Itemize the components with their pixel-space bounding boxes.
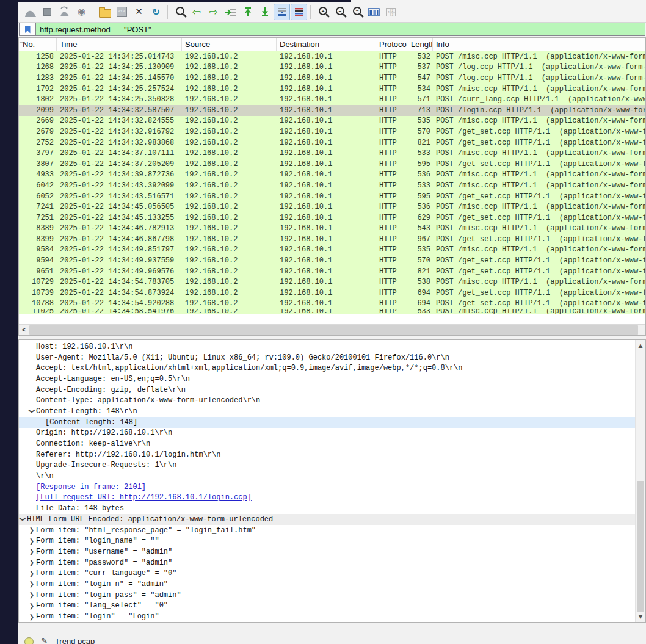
go-forward-button[interactable]: ⇨ (205, 4, 222, 20)
detail-tree-line[interactable]: Content-Type: application/x-www-form-url… (19, 395, 635, 406)
packet-row[interactable]: 26692025-01-22 14:34:32.824555192.168.10… (19, 116, 645, 127)
packet-row[interactable]: 83892025-01-22 14:34:46.782913192.168.10… (19, 223, 645, 234)
scroll-up-arrow-icon[interactable]: ▲ (636, 341, 645, 350)
detail-tree-line[interactable]: ❯Form item: "login_pass" = "admin" (19, 590, 635, 601)
packet-row[interactable]: 83992025-01-22 14:34:46.867798192.168.10… (19, 234, 645, 245)
cell-destination: 192.168.10.1 (277, 160, 376, 168)
detail-tree-line[interactable]: Host: 192.168.10.1\r\n (19, 341, 635, 352)
packet-row[interactable]: 38072025-01-22 14:34:37.205209192.168.10… (19, 159, 645, 170)
packet-row[interactable]: 60422025-01-22 14:34:43.392099192.168.10… (19, 180, 645, 191)
column-header-time[interactable]: Time (57, 38, 182, 51)
go-last-button[interactable] (256, 4, 273, 20)
packet-row[interactable]: 95942025-01-22 14:34:49.937559192.168.10… (19, 255, 645, 266)
expand-chevron-icon[interactable]: ❯ (29, 592, 35, 598)
detail-tree-line[interactable]: File Data: 148 bytes (19, 503, 635, 514)
horizontal-scrollbar[interactable]: < (19, 324, 645, 335)
detail-tree-line[interactable]: ❯Form item: "login_n" = "admin" (19, 579, 635, 590)
detail-tree-line[interactable]: ❯Form item: "username" = "admin" (19, 546, 635, 557)
zoom-out-button[interactable]: − (331, 4, 347, 20)
auto-scroll-button[interactable] (274, 4, 290, 20)
detail-tree-line[interactable]: Connection: keep-alive\r\n (19, 438, 635, 449)
detail-tree-line[interactable]: ❯Content-Length: 148\r\n (19, 406, 635, 417)
zoom-in-button[interactable]: + (314, 4, 330, 20)
expand-chevron-icon[interactable]: ❯ (29, 548, 35, 555)
column-header-length[interactable]: Lengtl (407, 38, 433, 51)
packet-row[interactable]: 96512025-01-22 14:34:49.969576192.168.10… (19, 266, 645, 277)
packet-row[interactable]: 26792025-01-22 14:34:32.916792192.168.10… (19, 126, 645, 137)
column-header-destination[interactable]: Destination (277, 38, 376, 51)
detail-tree-line[interactable]: ❯HTML Form URL Encoded: application/x-ww… (19, 514, 635, 525)
collapse-chevron-icon[interactable]: ❯ (29, 408, 35, 414)
go-first-button[interactable] (239, 4, 256, 20)
detail-tree-line[interactable]: Origin: http://192.168.10.1\r\n (19, 428, 635, 439)
detail-tree-line[interactable]: ❯Form item: "login" = "Login" (19, 611, 635, 622)
packet-row[interactable]: 107292025-01-22 14:34:54.783705192.168.1… (19, 277, 645, 288)
vertical-scrollbar-thumb[interactable] (637, 481, 644, 612)
packet-row[interactable]: 12582025-01-22 14:34:25.014743192.168.10… (19, 51, 645, 62)
vertical-scrollbar[interactable]: ▲ ▼ (635, 340, 645, 622)
expand-chevron-icon[interactable]: ❯ (29, 538, 35, 545)
close-file-button[interactable]: ✕ (131, 4, 147, 20)
detail-tree-line[interactable]: User-Agent: Mozilla/5.0 (X11; Ubuntu; Li… (19, 352, 635, 363)
expert-info-icon[interactable] (24, 637, 34, 644)
find-packet-button[interactable] (171, 4, 187, 20)
packet-row[interactable]: 37972025-01-22 14:34:37.107111192.168.10… (19, 148, 645, 159)
detail-link-line[interactable]: [Full request URI: http://192.168.10.1/l… (19, 493, 635, 504)
column-header-info[interactable]: Info (433, 38, 645, 51)
detail-tree-line[interactable]: Referer: http://192.168.10.1/login.htm\r… (19, 449, 635, 460)
open-file-icon (99, 7, 111, 18)
packet-row[interactable]: 17922025-01-22 14:34:25.257524192.168.10… (19, 84, 645, 95)
cell-no: 1283 (19, 74, 57, 82)
packet-row[interactable]: 107392025-01-22 14:34:54.873924192.168.1… (19, 288, 645, 298)
packet-row[interactable]: 72512025-01-22 14:34:45.133255192.168.10… (19, 212, 645, 223)
column-header-no[interactable]: No. (19, 38, 57, 51)
packet-row[interactable]: 27522025-01-22 14:34:32.983868192.168.10… (19, 137, 645, 148)
detail-tree-line[interactable]: ❯Form item: "login_name" = "" (19, 535, 635, 546)
column-header-protocol[interactable]: Protocol (376, 38, 407, 51)
packet-row[interactable]: 72412025-01-22 14:34:45.056505192.168.10… (19, 201, 645, 212)
detail-link-line[interactable]: [Response in frame: 2101] (19, 482, 635, 493)
filter-bookmark-button[interactable] (19, 23, 36, 36)
packet-row[interactable]: 49332025-01-22 14:34:39.872736192.168.10… (19, 170, 645, 181)
resize-columns-button[interactable] (365, 4, 382, 20)
expand-chevron-icon[interactable]: ❯ (29, 527, 35, 534)
colorize-button[interactable] (291, 4, 307, 20)
packet-row[interactable]: 110252025-01-22 14:34:58.541976192.168.1… (19, 309, 645, 314)
detail-tree-line[interactable]: Upgrade-Insecure-Requests: 1\r\n (19, 460, 635, 471)
expand-chevron-icon[interactable]: ❯ (29, 613, 35, 620)
packet-row-selected[interactable]: →20992025-01-22 14:34:32.587507192.168.1… (19, 105, 645, 116)
detail-tree-line[interactable]: [Content length: 148] (19, 417, 635, 428)
expand-chevron-icon[interactable]: ❯ (29, 559, 35, 566)
expand-chevron-icon[interactable]: ❯ (29, 581, 35, 587)
expand-chevron-icon[interactable]: ❯ (29, 570, 35, 577)
column-header-source[interactable]: Source (182, 38, 277, 51)
detail-tree-line[interactable]: ❯Form item: "html_response_page" = "logi… (19, 525, 635, 536)
detail-tree-line[interactable]: Accept-Language: en-US,en;q=0.5\r\n (19, 374, 635, 385)
go-back-button[interactable]: ⇦ (188, 4, 205, 20)
detail-tree-line[interactable]: Accept: text/html,application/xhtml+xml,… (19, 363, 635, 374)
capture-comment-icon[interactable]: ✎ (41, 636, 48, 644)
horizontal-scrollbar-thumb[interactable] (29, 325, 638, 335)
zoom-100-button[interactable]: = (348, 4, 365, 20)
find-packet-icon (176, 9, 183, 15)
scroll-left-arrow-icon[interactable]: < (19, 325, 29, 335)
open-file-button[interactable] (96, 4, 113, 20)
packet-row[interactable]: 18022025-01-22 14:34:25.350828192.168.10… (19, 94, 645, 105)
expand-chevron-icon[interactable]: ❯ (29, 602, 35, 609)
detail-tree-line[interactable]: ❯Form item: "curr_language" = "0" (19, 568, 635, 579)
packet-row[interactable]: 60522025-01-22 14:34:43.516571192.168.10… (19, 191, 645, 202)
packet-row[interactable]: 95842025-01-22 14:34:49.851797192.168.10… (19, 245, 645, 256)
detail-tree-line[interactable]: ❯Form item: "password" = "admin" (19, 557, 635, 568)
detail-tree-line[interactable]: ❯Form item: "lang_select" = "0" (19, 601, 635, 612)
detail-tree-line[interactable]: Accept-Encoding: gzip, deflate\r\n (19, 385, 635, 396)
go-to-packet-button[interactable] (222, 4, 239, 20)
packet-row[interactable]: 107882025-01-22 14:34:54.920288192.168.1… (19, 298, 645, 309)
collapse-chevron-icon[interactable]: ❯ (20, 516, 26, 523)
scroll-down-arrow-icon[interactable]: ▼ (636, 612, 645, 621)
packet-row[interactable]: 12832025-01-22 14:34:25.145570192.168.10… (19, 73, 645, 84)
packet-row[interactable]: 12682025-01-22 14:34:25.130909192.168.10… (19, 62, 645, 73)
display-filter-input[interactable] (36, 23, 645, 36)
reload-file-button[interactable]: ↻ (148, 4, 164, 20)
cell-length: 629 (407, 214, 433, 222)
detail-tree-line[interactable]: \r\n (19, 471, 635, 482)
